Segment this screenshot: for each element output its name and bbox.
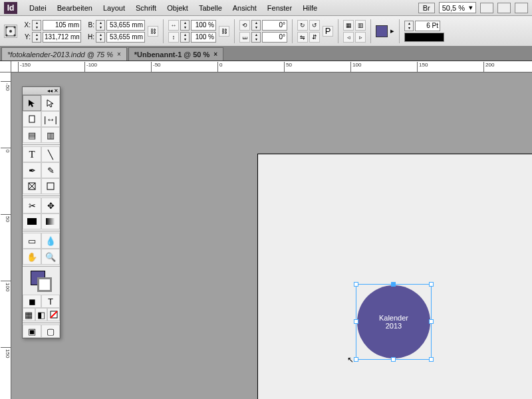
note-tool[interactable]: ▭ [23, 233, 41, 249]
select-container-icon[interactable]: ▦ [343, 20, 354, 31]
zoom-tool[interactable]: 🔍 [41, 249, 60, 265]
stroke-stepper[interactable]: ▴▾ [404, 21, 414, 31]
canvas[interactable]: Kalender 2013 ↖ [11, 72, 532, 399]
reference-point-icon[interactable] [4, 25, 17, 38]
rotate-ccw-icon[interactable]: ↺ [309, 20, 320, 31]
apply-text-icon[interactable]: T [41, 295, 60, 308]
scissors-tool[interactable]: ✂ [23, 198, 41, 213]
selection-tool[interactable] [23, 95, 41, 111]
view-mode-preview[interactable]: ▢ [41, 325, 60, 338]
flip-v-icon[interactable]: ⇵ [309, 32, 320, 43]
arrange-icon[interactable] [497, 3, 511, 13]
stroke-style-select[interactable] [404, 33, 444, 42]
handle-tr[interactable] [429, 282, 434, 287]
handle-tm[interactable] [391, 282, 396, 287]
close-icon[interactable]: × [213, 51, 217, 58]
eyedropper-tool[interactable]: 💧 [41, 233, 60, 249]
tab-fotokalender[interactable]: *fotokalender-2013.indd @ 75 %× [1, 47, 127, 61]
shear-stepper[interactable]: ▴▾ [251, 32, 261, 43]
scaley-stepper[interactable]: ▴▾ [180, 32, 190, 43]
paragraph-icon[interactable]: P [323, 26, 333, 37]
rotate-input[interactable] [262, 20, 287, 31]
menu-tabelle[interactable]: Tabelle [194, 4, 227, 12]
scalex-stepper[interactable]: ▴▾ [180, 20, 190, 31]
scale-x-input[interactable] [191, 20, 216, 31]
menu-layout[interactable]: Layout [98, 4, 130, 12]
gap-tool[interactable]: |↔| [41, 111, 60, 127]
pencil-tool[interactable]: ✎ [41, 162, 60, 178]
menu-schrift[interactable]: Schrift [130, 4, 162, 12]
ruler-vertical[interactable]: -50 0 50 100 150 [0, 61, 11, 399]
swatch-dropdown-icon[interactable]: ▸ [390, 27, 394, 35]
select-next-icon[interactable]: ▹ [355, 32, 366, 43]
rectangle-tool[interactable] [41, 178, 60, 194]
h-label: H: [84, 33, 94, 41]
menu-bearbeiten[interactable]: Bearbeiten [52, 4, 98, 12]
formatting-container-icon[interactable]: ▦ [23, 308, 35, 321]
x-stepper[interactable]: ▴▾ [32, 20, 41, 31]
x-input[interactable] [43, 20, 81, 31]
bridge-button[interactable]: Br [418, 3, 435, 13]
select-content-icon[interactable]: ▥ [355, 20, 366, 31]
fill-swatch[interactable] [376, 25, 388, 37]
direct-selection-tool[interactable] [41, 95, 60, 111]
screen-mode-icon[interactable] [480, 3, 493, 13]
content-placer-tool[interactable]: ▥ [41, 127, 60, 143]
free-transform-tool[interactable]: ✥ [41, 198, 60, 213]
stroke-color[interactable] [37, 277, 52, 292]
type-tool[interactable]: T [23, 146, 41, 162]
fill-stroke-swatches[interactable] [23, 268, 60, 295]
workspace-icon[interactable] [515, 3, 528, 13]
constrain-wh-icon[interactable]: ⛓ [148, 26, 158, 37]
page-tool[interactable] [23, 111, 41, 127]
apply-color-icon[interactable]: ◼ [23, 295, 41, 308]
w-input[interactable] [106, 20, 145, 31]
menu-hilfe[interactable]: Hilfe [297, 4, 323, 12]
h-stepper[interactable]: ▴▾ [96, 32, 105, 43]
view-mode-normal[interactable]: ▣ [23, 325, 41, 338]
pen-tool[interactable]: ✒ [23, 162, 41, 178]
page[interactable] [257, 154, 532, 399]
shear-input[interactable] [262, 32, 287, 43]
close-icon[interactable]: × [117, 51, 121, 58]
select-prev-icon[interactable]: ◃ [343, 32, 354, 43]
stroke-weight-input[interactable] [415, 21, 440, 31]
ruler-horizontal[interactable]: -150 -100 -50 0 50 100 150 200 [11, 61, 532, 72]
handle-ml[interactable] [354, 319, 358, 324]
line-tool[interactable]: ╲ [41, 146, 60, 162]
menu-ansicht[interactable]: Ansicht [227, 4, 262, 12]
rotate-stepper[interactable]: ▴▾ [251, 20, 261, 31]
h-input[interactable] [106, 32, 145, 43]
rectangle-frame-tool[interactable] [23, 178, 41, 194]
apply-none-icon[interactable] [47, 308, 60, 321]
w-stepper[interactable]: ▴▾ [96, 20, 105, 31]
handle-tl[interactable] [354, 282, 358, 287]
zoom-select[interactable]: 50,5 %▾ [439, 2, 476, 13]
handle-bl[interactable] [354, 357, 358, 362]
rotate-cw-icon[interactable]: ↻ [297, 20, 308, 31]
hand-tool[interactable]: ✋ [23, 249, 41, 265]
apply-gradient-icon[interactable]: ◧ [35, 308, 48, 321]
menu-datei[interactable]: Datei [24, 4, 52, 12]
content-collector-tool[interactable]: ▤ [23, 127, 41, 143]
y-input[interactable] [43, 32, 81, 43]
gradient-feather-tool[interactable] [41, 213, 60, 229]
toolbox-header[interactable]: ◂◂ ✕ [23, 87, 60, 95]
selected-object[interactable]: Kalender 2013 [357, 285, 430, 358]
tab-unbenannt[interactable]: *Unbenannt-1 @ 50 %× [128, 47, 223, 61]
y-stepper[interactable]: ▴▾ [32, 32, 41, 43]
menu-objekt[interactable]: Objekt [162, 4, 194, 12]
handle-br[interactable] [429, 357, 434, 362]
ruler-origin[interactable] [0, 61, 11, 72]
menu-fenster[interactable]: Fenster [262, 4, 297, 12]
handle-mr[interactable] [429, 319, 434, 324]
flip-h-icon[interactable]: ⇋ [297, 32, 308, 43]
shear-icon: ⧢ [239, 32, 250, 43]
svg-rect-10 [47, 183, 54, 190]
gradient-swatch-tool[interactable] [23, 213, 41, 229]
handle-bm[interactable] [391, 357, 396, 362]
scale-y-input[interactable] [191, 32, 216, 43]
constrain-scale-icon[interactable]: ⛓ [219, 26, 229, 37]
svg-point-1 [9, 30, 12, 33]
toolbox[interactable]: ◂◂ ✕ |↔| ▤ ▥ T ╲ ✒ ✎ ✂ ✥ ▭ 💧 ✋ 🔍 ◼ T [22, 86, 61, 338]
